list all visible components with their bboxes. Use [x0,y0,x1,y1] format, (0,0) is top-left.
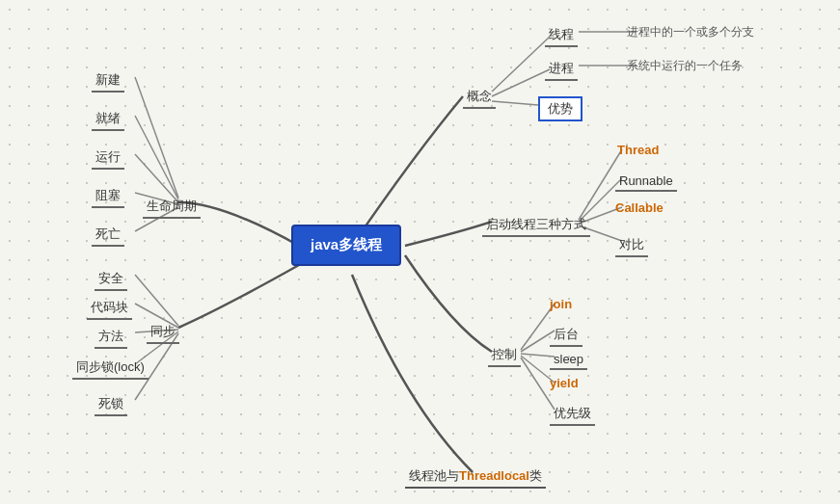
callable-label: Callable [615,200,664,215]
thread-class-node[interactable]: Thread [617,143,659,157]
sync-lock-label: 同步锁(lock) [76,359,145,374]
advantage-node[interactable]: 优势 [538,96,583,121]
method-node[interactable]: 方法 [95,326,127,349]
sync-node[interactable]: 同步 [147,321,179,344]
code-block-node[interactable]: 代码块 [87,297,132,320]
code-block-label: 代码块 [91,300,128,314]
background-node[interactable]: 后台 [550,324,583,347]
process-desc-node: 系统中运行的一个任务 [627,58,743,74]
svg-line-5 [135,77,178,198]
svg-line-0 [492,37,550,92]
join-node[interactable]: join [550,297,572,311]
thread-desc-node: 进程中的一个或多个分支 [627,24,754,40]
process-node[interactable]: 进程 [545,58,578,81]
dead-state-label: 死亡 [95,226,121,241]
safe-node[interactable]: 安全 [95,268,127,291]
center-node[interactable]: java多线程 [291,225,401,266]
process-desc-label: 系统中运行的一个任务 [627,59,743,72]
background-label: 后台 [554,327,579,341]
sleep-label: sleep [554,352,583,366]
center-label: java多线程 [311,236,382,252]
safe-label: 安全 [98,271,123,285]
sync-label: 同步 [150,324,176,338]
run-state-node[interactable]: 运行 [92,146,124,170]
sync-lock-node[interactable]: 同步锁(lock) [72,357,149,380]
dead-state-node[interactable]: 死亡 [92,224,124,247]
runnable-label: Runnable [619,173,673,188]
new-state-label: 新建 [95,72,121,87]
block-state-label: 阻塞 [95,188,121,202]
thread-def-label: 线程 [549,27,574,41]
deadlock-label: 死锁 [98,396,123,411]
ready-state-node[interactable]: 就绪 [92,108,124,131]
join-label: join [550,297,572,311]
new-state-node[interactable]: 新建 [92,69,124,93]
svg-line-2 [492,69,550,96]
control-node[interactable]: 控制 [488,344,521,367]
lifecycle-label: 生命周期 [147,199,197,213]
block-state-node[interactable]: 阻塞 [92,185,124,208]
priority-label: 优先级 [554,406,591,420]
svg-line-6 [135,116,178,199]
deadlock-node[interactable]: 死锁 [95,393,127,416]
priority-node[interactable]: 优先级 [550,403,595,426]
sleep-node[interactable]: sleep [550,350,587,370]
connections-svg [0,0,840,504]
callable-node[interactable]: Callable [615,200,664,215]
thread-pool-label-prefix: 线程池与 [409,468,459,483]
process-label: 进程 [549,61,574,75]
thread-pool-node[interactable]: 线程池与Threadlocal类 [405,465,546,489]
thread-class-label: Thread [617,143,659,157]
runnable-node[interactable]: Runnable [615,172,677,192]
compare-label: 对比 [619,237,644,252]
concept-label: 概念 [467,89,492,103]
svg-line-14 [135,275,178,326]
concept-node[interactable]: 概念 [463,86,496,109]
start-three-label: 启动线程三种方式 [486,217,586,231]
advantage-label: 优势 [548,101,573,116]
thread-desc-label: 进程中的一个或多个分支 [627,25,754,39]
yield-label: yield [550,376,579,390]
compare-node[interactable]: 对比 [615,234,648,257]
control-label: 控制 [492,347,517,361]
start-three-node[interactable]: 启动线程三种方式 [482,214,590,237]
yield-node[interactable]: yield [550,376,579,390]
ready-state-label: 就绪 [95,111,121,125]
lifecycle-node[interactable]: 生命周期 [143,196,201,219]
run-state-label: 运行 [95,149,121,164]
thread-pool-label-highlight: Threadlocal [459,468,529,483]
mind-map: java多线程 概念 线程 进程中的一个或多个分支 进程 系统中运行的一个任务 … [0,0,840,504]
thread-def-node[interactable]: 线程 [545,24,578,47]
thread-pool-label-suffix: 类 [529,468,542,483]
method-label: 方法 [98,329,123,343]
